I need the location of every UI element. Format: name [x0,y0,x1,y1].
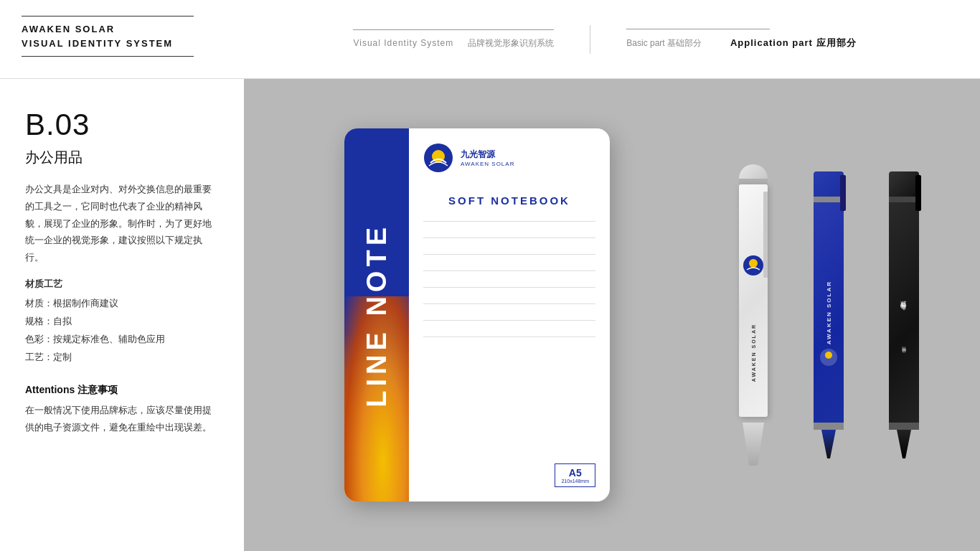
notebook-line-6 [423,303,595,304]
pen-blue-body: AWAKEN SOLAR [814,202,844,423]
notebook: LINE NOTE 九光智源 AWAKEN SOLAR [344,128,610,501]
notebook-logo-cn: 九光智源 [461,149,514,161]
notebook-logo-area: 九光智源 AWAKEN SOLAR [423,143,595,173]
pen-black-cap-clip [915,175,921,211]
nav-application-label[interactable]: Application part 应用部分 [730,37,857,50]
pen-blue-cap-clip [840,175,846,211]
nav-right-section: Basic part 基础部分 Application part 应用部分 [598,29,885,50]
pen-blue: AWAKEN SOLAR [810,171,847,458]
pen-white: AWAKEN SOLAR [735,164,772,466]
notebook-line-4 [423,270,595,271]
pen-blue-cap [814,171,844,197]
pen-black-sub-text: 品牌视觉 [901,354,908,357]
pen-blue-lower-band [814,423,844,430]
header-nav: Visual Identity System 品牌视觉形象识别系统 Basic … [251,25,958,54]
pen-black-band-top [889,197,919,202]
pen-white-logo-area [742,254,765,277]
section-title: 办公用品 [25,148,219,167]
pen-blue-tip [821,430,836,458]
material-item-3: 色彩：按规定标准色、辅助色应用 [25,331,219,349]
pen-blue-logo [819,347,839,367]
notebook-line-8 [423,336,595,337]
spine-text: LINE NOTE [363,223,390,408]
pen-white-tip [743,423,764,466]
section-code: B.03 [25,108,219,142]
notebook-logo-icon [423,143,453,173]
pen-black-body: 九光智源 品牌视觉 [889,202,919,423]
notebook-line-5 [423,287,595,288]
svg-point-5 [825,352,832,359]
brand-bottom-line [22,56,194,57]
notebook-line-3 [423,254,595,255]
nav-identity-section: Visual Identity System 品牌视觉形象识别系统 [324,29,583,50]
nav-divider [590,25,590,54]
nav-identity-en: Visual Identity System [353,38,453,48]
pen-black: 九光智源 品牌视觉 [885,171,923,458]
pen-blue-brand-text: AWAKEN SOLAR [826,281,832,344]
pen-blue-band-top [814,197,844,202]
description-text: 办公文具是企业对内、对外交换信息的最重要的工具之一，它同时也代表了企业的精神风貌… [25,182,219,267]
brand-top-line [22,16,194,17]
nav-line [353,29,554,30]
notebook-title: SOFT NOTEBOOK [423,194,595,207]
notebook-line-7 [423,320,595,321]
notebook-footer: A5 210x148mm [423,463,595,487]
notebook-line-2 [423,237,595,238]
brand-area: AWAKEN SOLAR VISUAL IDENTITY SYSTEM [22,16,251,62]
notebook-size-sub: 210x148mm [561,479,589,484]
main-layout: B.03 办公用品 办公文具是企业对内、对外交换信息的最重要的工具之一，它同时也… [0,79,980,551]
notebook-size-badge: A5 210x148mm [555,463,595,487]
pen-white-grip-top [739,179,768,184]
attentions-text: 在一般情况下使用品牌标志，应该尽量使用提供的电子资源文件，避免在重绘中出现误差。 [25,402,219,437]
attentions-title: Attentions 注意事项 [25,384,219,397]
left-panel: B.03 办公用品 办公文具是企业对内、对外交换信息的最重要的工具之一，它同时也… [0,79,244,551]
nav-identity-labels: Visual Identity System 品牌视觉形象识别系统 [353,37,554,50]
notebook-lines [423,221,595,463]
notebook-logo-en: AWAKEN SOLAR [461,161,514,167]
material-item-2: 规格：自拟 [25,313,219,331]
pen-white-brand-text: AWAKEN SOLAR [751,324,756,382]
material-heading: 材质工艺 [25,278,219,291]
header: AWAKEN SOLAR VISUAL IDENTITY SYSTEM Visu… [0,0,980,79]
pen-white-logo-svg [742,254,765,277]
pen-black-cap [889,171,919,197]
pen-black-tip [897,430,911,458]
pen-black-brand-text: 九光智源 [900,310,908,316]
nav-basic-label[interactable]: Basic part 基础部分 [626,37,702,50]
notebook-spine: LINE NOTE [344,128,409,501]
material-item-4: 工艺：定制 [25,349,219,367]
pen-white-body: AWAKEN SOLAR [739,184,768,417]
brand-name: AWAKEN SOLAR VISUAL IDENTITY SYSTEM [22,22,251,50]
svg-point-3 [749,259,758,268]
pen-white-lower-band [739,417,768,423]
right-panel: LINE NOTE 九光智源 AWAKEN SOLAR [244,79,980,551]
notebook-logo-text: 九光智源 AWAKEN SOLAR [461,149,514,167]
pen-black-lower-band [889,423,919,430]
nav-right-line [626,29,770,29]
pen-blue-logo-svg [819,347,839,367]
notebook-line-1 [423,221,595,222]
notebook-size-main: A5 [561,467,589,479]
nav-identity-cn: 品牌视觉形象识别系统 [468,37,554,50]
pen-white-topcap [739,164,768,179]
material-item-1: 材质：根据制作商建议 [25,295,219,313]
notebook-body: 九光智源 AWAKEN SOLAR SOFT NOTEBOOK [409,128,610,501]
